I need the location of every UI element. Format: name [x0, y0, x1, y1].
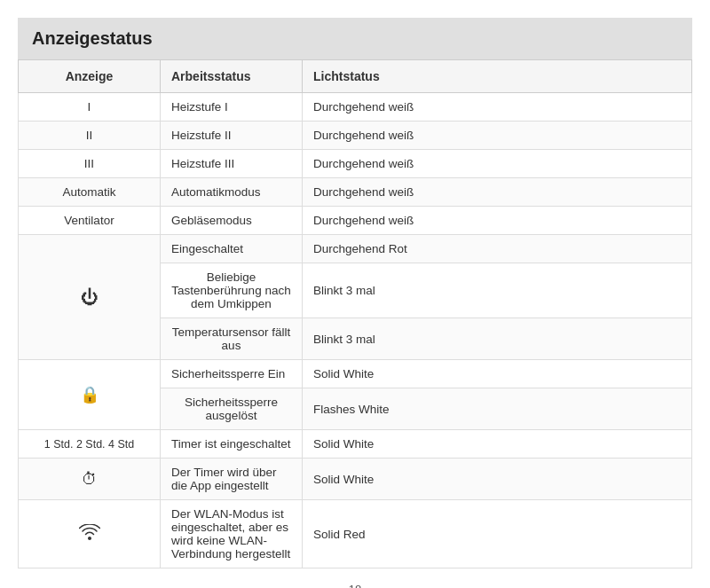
page-container: Anzeigestatus Anzeige Arbeitsstatus Lich…: [18, 18, 692, 588]
lichtstatus-cell: Solid White: [303, 360, 692, 388]
table-row: Automatik Automatikmodus Durchgehend wei…: [19, 178, 692, 207]
col-header-lichtstatus: Lichtstatus: [303, 60, 692, 93]
table-row: 1 Std. 2 Std. 4 Std Timer ist eingeschal…: [19, 430, 692, 459]
lichtstatus-cell: Solid White: [303, 459, 692, 500]
arbeitsstatus-cell: Eingeschaltet: [161, 235, 303, 263]
timer-icon: ⏱: [82, 470, 98, 488]
anzeige-cell icon-cell: ⏱: [19, 459, 161, 500]
anzeige-cell: 1 Std. 2 Std. 4 Std: [19, 430, 161, 459]
arbeitsstatus-cell: Heizstufe III: [161, 150, 303, 178]
lichtstatus-cell: Durchgehend weiß: [303, 150, 692, 178]
arbeitsstatus-cell: Beliebige Tastenberührung nach dem Umkip…: [161, 263, 303, 318]
section-title: Anzeigestatus: [32, 28, 678, 49]
arbeitsstatus-cell: Sicherheitssperre Ein: [161, 360, 303, 388]
anzeige-cell icon-cell: ⏻: [19, 235, 161, 360]
section-header: Anzeigestatus: [18, 18, 692, 59]
arbeitsstatus-cell: Der WLAN-Modus ist eingeschaltet, aber e…: [161, 500, 303, 568]
table-row: 🔒 Sicherheitssperre Ein Solid White: [19, 360, 692, 388]
table-row: ⏻ Eingeschaltet Durchgehend Rot: [19, 235, 692, 263]
lichtstatus-cell: Durchgehend weiß: [303, 178, 692, 207]
anzeige-cell: I: [19, 93, 161, 122]
anzeige-cell icon-cell: [19, 500, 161, 568]
lichtstatus-cell: Durchgehend weiß: [303, 93, 692, 122]
table-row: III Heizstufe III Durchgehend weiß: [19, 150, 692, 178]
anzeige-cell: II: [19, 122, 161, 150]
arbeitsstatus-cell: Automatikmodus: [161, 178, 303, 207]
anzeige-cell: Automatik: [19, 178, 161, 207]
lichtstatus-cell: Solid White: [303, 430, 692, 459]
arbeitsstatus-cell: Der Timer wird über die App eingestellt: [161, 459, 303, 500]
lichtstatus-cell: Flashes White: [303, 388, 692, 430]
anzeige-cell: Ventilator: [19, 207, 161, 235]
lichtstatus-cell: Blinkt 3 mal: [303, 263, 692, 318]
arbeitsstatus-cell: Heizstufe II: [161, 122, 303, 150]
col-header-arbeitsstatus: Arbeitsstatus: [161, 60, 303, 93]
arbeitsstatus-cell: Heizstufe I: [161, 93, 303, 122]
lichtstatus-cell: Durchgehend Rot: [303, 235, 692, 263]
lichtstatus-cell: Durchgehend weiß: [303, 207, 692, 235]
page-number: 18: [18, 568, 692, 588]
arbeitsstatus-cell: Gebläsemodus: [161, 207, 303, 235]
col-header-anzeige: Anzeige: [19, 60, 161, 93]
anzeige-cell: III: [19, 150, 161, 178]
table-row: Der WLAN-Modus ist eingeschaltet, aber e…: [19, 500, 692, 568]
table-row: I Heizstufe I Durchgehend weiß: [19, 93, 692, 122]
lichtstatus-cell: Durchgehend weiß: [303, 122, 692, 150]
wifi-icon: [79, 526, 100, 544]
power-icon: ⏻: [81, 287, 99, 307]
arbeitsstatus-cell: Sicherheitssperre ausgelöst: [161, 388, 303, 430]
lichtstatus-cell: Solid Red: [303, 500, 692, 568]
table-row: ⏱ Der Timer wird über die App eingestell…: [19, 459, 692, 500]
lock-icon: 🔒: [80, 386, 99, 404]
table-row: Ventilator Gebläsemodus Durchgehend weiß: [19, 207, 692, 235]
lichtstatus-cell: Blinkt 3 mal: [303, 318, 692, 360]
status-table: Anzeige Arbeitsstatus Lichtstatus I Heiz…: [18, 59, 692, 568]
anzeige-cell icon-cell: 🔒: [19, 360, 161, 430]
table-row: II Heizstufe II Durchgehend weiß: [19, 122, 692, 150]
arbeitsstatus-cell: Timer ist eingeschaltet: [161, 430, 303, 459]
arbeitsstatus-cell: Temperatursensor fällt aus: [161, 318, 303, 360]
